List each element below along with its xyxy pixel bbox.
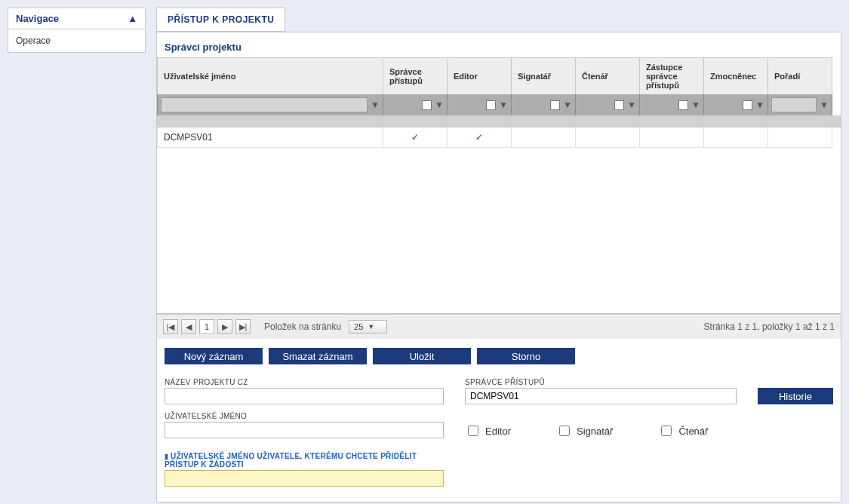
per-page-select[interactable]: 25 ▼	[349, 320, 387, 333]
table-row[interactable]: DCMPSV01 ✓ ✓	[157, 128, 841, 148]
pager-info: Stránka 1 z 1, položky 1 až 1 z 1	[704, 321, 835, 332]
assign-user-input[interactable]	[165, 470, 444, 487]
editor-checkbox-label: Editor	[485, 426, 511, 437]
col-header-order[interactable]: Pořadí	[768, 57, 832, 94]
grid-header-row: Uživatelské jméno Správce přístupů Edito…	[157, 57, 841, 94]
col-header-username[interactable]: Uživatelské jméno	[157, 57, 383, 94]
cell-editor: ✓	[448, 128, 512, 148]
grid-fill	[157, 148, 841, 314]
filter-icon[interactable]: ▼	[435, 100, 444, 110]
sidebar-nav-header[interactable]: Navigace ▲	[8, 8, 145, 29]
tab-label: PŘÍSTUP K PROJEKTU	[168, 14, 274, 25]
filter-order-input[interactable]	[771, 97, 817, 112]
signatory-checkbox-wrap[interactable]: Signatář	[556, 423, 613, 438]
pager-next-button[interactable]: ▶	[217, 319, 232, 334]
filter-editor-checkbox[interactable]	[486, 100, 496, 110]
filter-icon[interactable]: ▼	[627, 100, 636, 110]
sidebar-item-operace[interactable]: Operace	[8, 29, 145, 52]
col-header-proxy[interactable]: Zmocněnec	[704, 57, 768, 94]
cell-proxy	[704, 128, 768, 148]
editor-checkbox[interactable]	[468, 426, 478, 436]
filter-access-admin-checkbox[interactable]	[422, 100, 432, 110]
label-assign-user: UŽIVATELSKÉ JMÉNO UŽIVATELE, KTERÉMU CHC…	[165, 452, 444, 469]
label-project-name-cz: NÁZEV PROJEKTU CZ	[165, 378, 444, 386]
grid-spacer	[157, 115, 841, 128]
col-header-signatory[interactable]: Signatář	[512, 57, 576, 94]
cell-username: DCMPSV01	[157, 128, 383, 148]
sidebar-item-label: Operace	[16, 35, 51, 46]
check-icon: ✓	[475, 132, 483, 143]
per-page-label: Položek na stránku	[264, 321, 341, 332]
filter-icon[interactable]: ▼	[371, 100, 380, 110]
signatory-checkbox[interactable]	[559, 426, 570, 436]
reader-checkbox-wrap[interactable]: Čtenář	[658, 423, 708, 438]
grid-filter-row: ▼ ▼ ▼ ▼ ▼ ▼ ▼ ▼	[157, 94, 841, 115]
filter-signatory-checkbox[interactable]	[550, 100, 560, 110]
new-record-button[interactable]: Nový záznam	[165, 348, 263, 364]
username-input[interactable]	[165, 422, 444, 438]
signatory-checkbox-label: Signatář	[577, 426, 613, 437]
filter-icon[interactable]: ▼	[563, 100, 572, 110]
pager-current-page[interactable]: 1	[199, 319, 214, 334]
history-button[interactable]: Historie	[758, 388, 833, 404]
col-header-deputy-admin[interactable]: Zástupce správce přístupů	[640, 57, 704, 94]
cell-deputy-admin	[640, 128, 704, 148]
pager-last-button[interactable]: ▶|	[235, 319, 251, 334]
per-page-value: 25	[354, 322, 363, 331]
pager-first-button[interactable]: |◀	[163, 319, 178, 334]
sidebar-title: Navigace	[16, 13, 59, 24]
cell-order	[768, 128, 832, 148]
check-icon: ✓	[411, 132, 419, 143]
filter-proxy-checkbox[interactable]	[743, 100, 752, 110]
section-title: Správci projektu	[157, 32, 841, 57]
col-header-access-admin[interactable]: Správce přístupů	[383, 57, 448, 94]
label-access-admin: SPRÁVCE PŘÍSTUPŮ	[465, 378, 737, 386]
filter-username-input[interactable]	[161, 97, 368, 112]
caret-down-icon: ▼	[368, 323, 374, 330]
filter-icon[interactable]: ▼	[691, 100, 700, 110]
filter-reader-checkbox[interactable]	[614, 100, 624, 110]
col-header-editor[interactable]: Editor	[448, 57, 512, 94]
reader-checkbox-label: Čtenář	[678, 426, 708, 437]
cancel-button[interactable]: Storno	[477, 348, 575, 364]
cell-reader	[576, 128, 640, 148]
filter-icon[interactable]: ▼	[499, 100, 508, 110]
filter-icon[interactable]: ▼	[755, 100, 764, 110]
editor-checkbox-wrap[interactable]: Editor	[465, 423, 511, 438]
filter-icon[interactable]: ▼	[820, 100, 829, 110]
filter-deputy-admin-checkbox[interactable]	[678, 100, 688, 110]
save-button[interactable]: Uložit	[373, 348, 471, 364]
access-admin-input[interactable]	[465, 388, 737, 404]
tab-project-access[interactable]: PŘÍSTUP K PROJEKTU	[156, 8, 285, 32]
reader-checkbox[interactable]	[661, 426, 672, 436]
col-header-reader[interactable]: Čtenář	[576, 57, 640, 94]
label-username: UŽIVATELSKÉ JMÉNO	[165, 412, 444, 420]
pager-prev-button[interactable]: ◀	[181, 319, 196, 334]
delete-record-button[interactable]: Smazat záznam	[269, 348, 367, 364]
cell-signatory	[512, 128, 576, 148]
chevron-up-icon: ▲	[128, 13, 137, 24]
cell-access-admin: ✓	[383, 128, 448, 148]
project-name-cz-input[interactable]	[165, 388, 444, 404]
